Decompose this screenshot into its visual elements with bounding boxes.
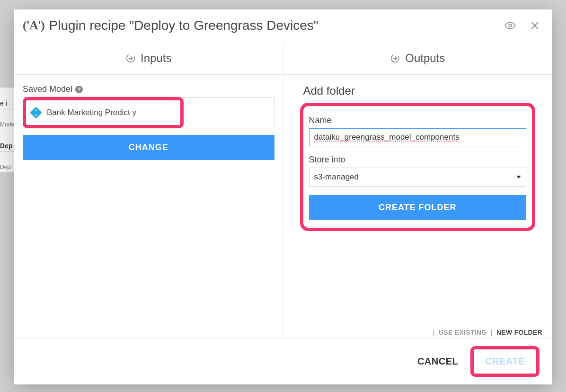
create-button[interactable]: CREATE — [476, 350, 534, 373]
arrow-out-icon — [390, 53, 400, 63]
store-into-value: s3-managed — [314, 172, 359, 182]
saved-model-chip[interactable]: Bank Marketing Predict y — [23, 98, 184, 128]
svg-point-0 — [509, 24, 512, 27]
outputs-column: Outputs Add folder Name Store into s3-ma… — [283, 42, 552, 338]
background-sidebar: e i Mode Dep Depl — [0, 88, 14, 172]
saved-model-label: Saved Model ? — [23, 84, 274, 94]
preview-icon[interactable] — [504, 20, 516, 31]
create-folder-button[interactable]: CREATE FOLDER — [309, 195, 527, 220]
help-icon[interactable]: ? — [75, 86, 83, 93]
modal-header: ('A') Plugin recipe "Deploy to Greengras… — [14, 9, 552, 42]
store-into-label: Store into — [309, 155, 527, 165]
saved-model-row: Bank Marketing Predict y — [23, 97, 274, 128]
name-label: Name — [309, 116, 527, 125]
model-icon — [30, 107, 42, 118]
change-button[interactable]: CHANGE — [23, 135, 274, 160]
add-folder-title: Add folder — [303, 84, 532, 98]
modal-logo-icon: ('A') — [23, 18, 44, 33]
inputs-header: Inputs — [14, 42, 283, 75]
highlight-output-form: Name Store into s3-managed CREATE FOLDER — [303, 106, 532, 228]
inputs-column: Inputs Saved Model ? Bank Marketing Pred… — [14, 42, 283, 338]
folder-name-input[interactable] — [309, 128, 527, 146]
modal-title: Plugin recipe "Deploy to Greengrass Devi… — [49, 18, 504, 33]
tab-new-folder[interactable]: NEW FOLDER — [496, 329, 542, 336]
close-icon[interactable] — [529, 20, 540, 31]
highlight-create: CREATE — [470, 346, 539, 377]
cancel-button[interactable]: CANCEL — [417, 356, 458, 367]
plugin-recipe-modal: ('A') Plugin recipe "Deploy to Greengras… — [14, 9, 552, 384]
tab-use-existing[interactable]: USE EXISTING — [439, 329, 487, 336]
model-name: Bank Marketing Predict y — [47, 108, 136, 117]
arrow-in-icon — [125, 53, 136, 63]
modal-footer: CANCEL CREATE — [14, 338, 552, 384]
chevron-down-icon — [516, 176, 521, 178]
outputs-header: Outputs — [283, 42, 552, 75]
store-into-select[interactable]: s3-managed — [309, 168, 527, 187]
output-mode-tabs: | USE EXISTING | NEW FOLDER — [431, 329, 542, 336]
